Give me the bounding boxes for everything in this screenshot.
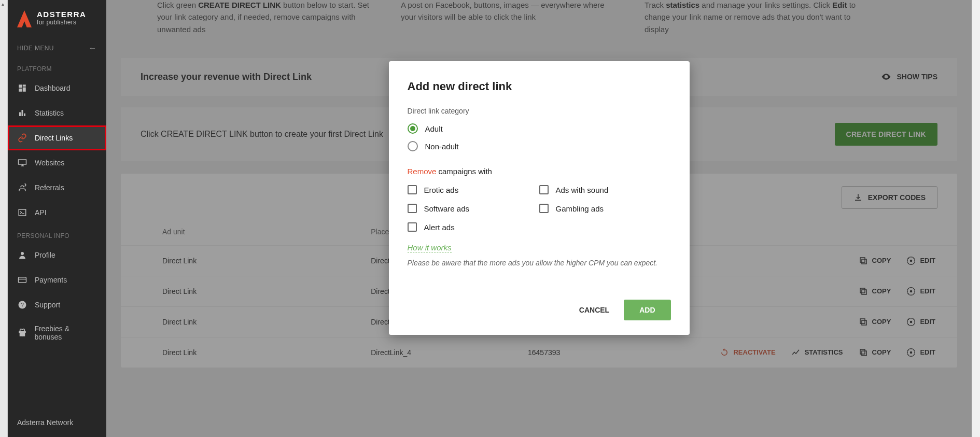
checkbox-icon (408, 204, 417, 213)
modal-note: Please be aware that the more ads you al… (408, 258, 671, 269)
checkbox-icon (539, 204, 549, 213)
card-icon (17, 275, 27, 285)
sidebar-item-label: Statistics (35, 109, 64, 117)
terminal-icon (17, 207, 27, 218)
left-scrollbar[interactable] (0, 0, 8, 437)
radio-icon (408, 123, 418, 134)
sidebar-item-payments[interactable]: Payments (8, 267, 106, 292)
modal-title: Add new direct link (408, 80, 671, 93)
sidebar-item-label: Freebies & bonuses (34, 325, 97, 341)
checkbox-ads-with-sound[interactable]: Ads with sound (539, 185, 671, 194)
add-button[interactable]: ADD (624, 300, 670, 320)
radio-adult[interactable]: Adult (408, 123, 671, 134)
checkbox-icon (539, 185, 549, 194)
sidebar-item-network[interactable]: Adsterra Network (8, 411, 106, 434)
sidebar-item-statistics[interactable]: Statistics (8, 101, 106, 125)
help-icon: ? (17, 300, 27, 310)
svg-rect-1 (19, 277, 26, 283)
add-direct-link-modal: Add new direct link Direct link category… (389, 61, 690, 335)
brand-name: ADSTERRA (37, 10, 86, 19)
sidebar-item-websites[interactable]: Websites (8, 150, 106, 175)
brand-logo-icon (17, 10, 32, 28)
cancel-button[interactable]: CANCEL (579, 306, 609, 314)
sidebar: ADSTERRA for publishers HIDE MENU ← PLAT… (8, 0, 106, 437)
main-content: 1Create Direct Link Click green CREATE D… (106, 0, 972, 437)
remove-campaigns-label: Remove campaigns with (408, 167, 671, 176)
sidebar-item-api[interactable]: API (8, 200, 106, 225)
hide-menu-toggle[interactable]: HIDE MENU ← (8, 38, 106, 58)
checkbox-alert-ads[interactable]: Alert ads (408, 222, 539, 232)
checkbox-software-ads[interactable]: Software ads (408, 204, 539, 213)
radio-nonadult[interactable]: Non-adult (408, 141, 671, 151)
sidebar-item-label: Support (35, 301, 60, 309)
sidebar-item-dashboard[interactable]: Dashboard (8, 76, 106, 101)
brand: ADSTERRA for publishers (8, 4, 106, 38)
checkbox-icon (408, 185, 417, 194)
link-icon (17, 133, 27, 143)
arrow-left-icon: ← (89, 44, 97, 53)
section-personal: PERSONAL INFO (8, 225, 106, 243)
hide-menu-label: HIDE MENU (17, 45, 54, 52)
right-scrollbar[interactable] (972, 0, 980, 437)
category-label: Direct link category (408, 107, 671, 115)
svg-text:?: ? (21, 302, 24, 308)
checkbox-icon (408, 222, 417, 232)
checkbox-erotic-ads[interactable]: Erotic ads (408, 185, 539, 194)
sidebar-item-direct-links[interactable]: Direct Links (8, 125, 106, 150)
modal-overlay[interactable]: Add new direct link Direct link category… (106, 0, 972, 437)
sidebar-item-label: Profile (35, 251, 55, 259)
sidebar-item-freebies[interactable]: Freebies & bonuses (8, 317, 106, 348)
sidebar-item-label: Direct Links (35, 134, 73, 142)
sidebar-item-label: Payments (35, 276, 67, 284)
sidebar-item-label: Referrals (35, 184, 64, 192)
sidebar-item-label: API (35, 208, 47, 217)
sidebar-item-profile[interactable]: Profile (8, 243, 106, 267)
gift-icon (17, 328, 27, 338)
bar-chart-icon (17, 108, 27, 118)
section-platform: PLATFORM (8, 58, 106, 76)
sidebar-item-referrals[interactable]: Referrals (8, 175, 106, 200)
user-icon (17, 250, 27, 260)
how-it-works-link[interactable]: How it works (408, 243, 452, 252)
sidebar-item-support[interactable]: ? Support (8, 292, 106, 317)
brand-subtitle: for publishers (37, 19, 86, 26)
sidebar-item-label: Websites (35, 159, 64, 167)
users-icon (17, 182, 27, 193)
sidebar-item-label: Adsterra Network (17, 418, 73, 427)
sidebar-item-label: Dashboard (35, 84, 71, 92)
dashboard-icon (17, 83, 27, 93)
radio-icon (408, 141, 418, 151)
monitor-icon (17, 158, 27, 168)
svg-point-0 (21, 252, 24, 255)
checkbox-gambling-ads[interactable]: Gambling ads (539, 204, 671, 213)
